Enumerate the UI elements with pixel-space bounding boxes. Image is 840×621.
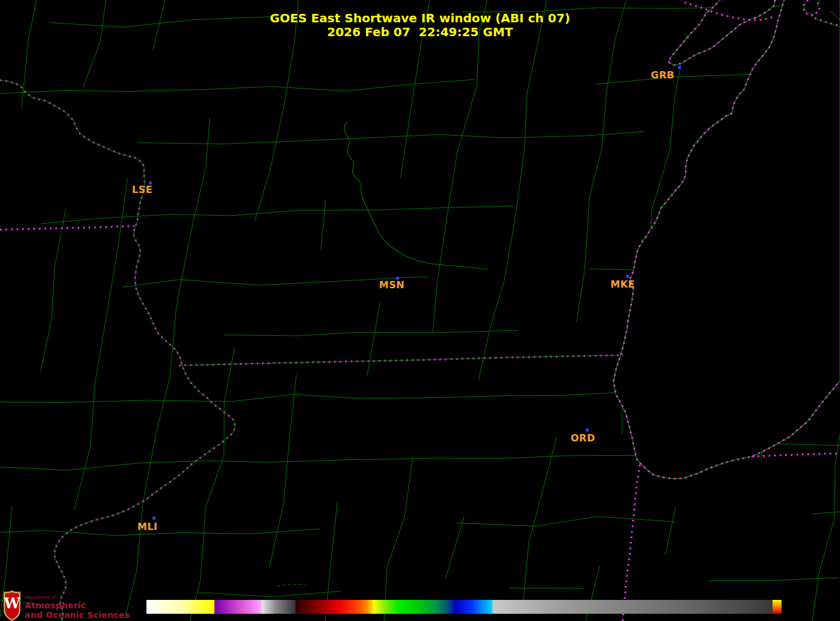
logo-name-line1: Atmospheric (25, 601, 130, 610)
county-line (0, 72, 821, 95)
logo-name-line2: and Oceanic Sciences (25, 611, 130, 619)
county-line (0, 0, 108, 621)
station-label-msn: MSN (379, 279, 404, 291)
colorbar-end-cap (773, 600, 782, 614)
temperature-colorbar (146, 600, 782, 614)
county-line (325, 0, 434, 621)
county-line (522, 0, 632, 611)
county-line (0, 509, 840, 535)
county-line (384, 0, 491, 621)
satellite-map-view: GOES East Shortwave IR window (ABI ch 07… (0, 0, 840, 621)
logo-dept-line: Department of (25, 596, 130, 600)
station-dot-mke (626, 275, 629, 278)
county-line (269, 200, 326, 567)
station-label-mke: MKE (610, 279, 635, 290)
station-label-mli: MLI (137, 521, 158, 532)
station-label-grb: GRB (651, 69, 674, 81)
product-title: GOES East Shortwave IR window (ABI ch 07… (0, 11, 840, 25)
county-line (184, 0, 300, 621)
map-canvas (0, 0, 840, 621)
uw-crest-icon: W (3, 590, 21, 621)
uw-aos-logo: W Department of Atmospheric and Oceanic … (3, 590, 130, 621)
county-line (224, 326, 669, 336)
station-dot-mli (152, 517, 155, 520)
lake-michigan (613, 0, 840, 479)
title-block: GOES East Shortwave IR window (ABI ch 07… (0, 11, 840, 39)
station-label-lse: LSE (132, 184, 152, 195)
station-dot-ord (586, 429, 589, 432)
timestamp: 2026 Feb 07 22:49:25 GMT (0, 25, 840, 39)
station-dot-grb (678, 66, 681, 69)
station-label-ord: ORD (571, 432, 595, 444)
logo-text: Department of Atmospheric and Oceanic Sc… (25, 590, 130, 619)
county-line (445, 0, 550, 579)
crest-w-letter: W (4, 594, 21, 612)
river-line (345, 122, 488, 270)
